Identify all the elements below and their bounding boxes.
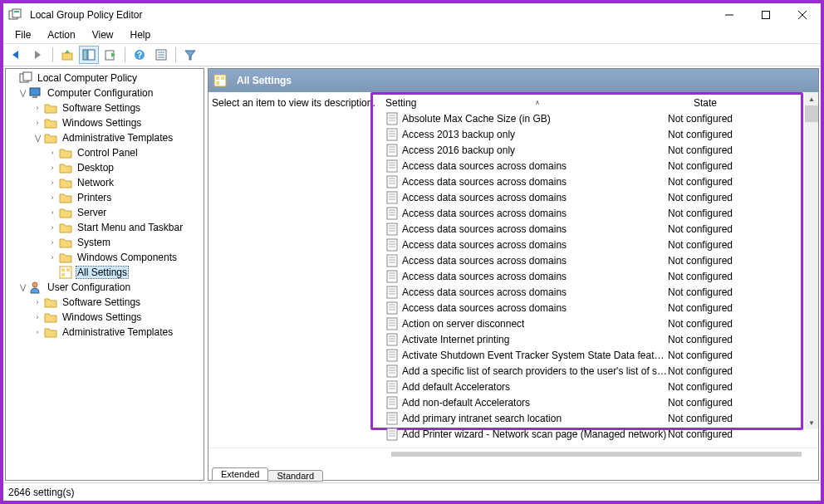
folder-icon (44, 101, 57, 115)
setting-row[interactable]: Access data sources across domainsNot co… (377, 252, 818, 268)
setting-row[interactable]: Access data sources across domainsNot co… (377, 221, 818, 237)
tree-toggle[interactable]: ⋁ (32, 133, 42, 143)
tree-item[interactable]: ›Network (6, 175, 204, 190)
tree-user-config[interactable]: ⋁ User Configuration (6, 280, 204, 295)
all-settings-icon (213, 74, 227, 87)
scroll-thumb[interactable] (805, 105, 818, 122)
setting-row[interactable]: Add Printer wizard - Network scan page (… (377, 426, 818, 442)
tree-item[interactable]: ›Windows Settings (6, 115, 204, 130)
setting-row[interactable]: Access data sources across domainsNot co… (377, 174, 818, 189)
svg-rect-23 (66, 268, 70, 272)
setting-row[interactable]: Access 2013 backup onlyNot configured (377, 126, 818, 142)
tree-toggle[interactable]: › (47, 223, 57, 232)
column-header-state[interactable]: State (668, 97, 743, 109)
export-list-button[interactable] (101, 46, 120, 64)
setting-name: Activate Shutdown Event Tracker System S… (402, 350, 668, 361)
show-hide-tree-button[interactable] (79, 46, 99, 64)
svg-rect-1 (12, 9, 21, 17)
tree-item[interactable]: ›Start Menu and Taskbar (6, 220, 204, 235)
setting-row[interactable]: Activate Shutdown Event Tracker System S… (377, 347, 818, 363)
setting-row[interactable]: Access data sources across domainsNot co… (377, 284, 818, 300)
back-button[interactable] (7, 46, 27, 64)
tree-toggle[interactable]: › (32, 312, 42, 322)
tree-toggle[interactable]: › (32, 118, 42, 128)
setting-row[interactable]: Add non-default AcceleratorsNot configur… (377, 394, 818, 410)
setting-row[interactable]: Absolute Max Cache Size (in GB)Not confi… (377, 110, 818, 126)
up-button[interactable] (57, 46, 77, 64)
tree-collapse-icon[interactable]: ⋁ (17, 282, 27, 292)
tree-item[interactable]: ›Control Panel (6, 145, 204, 160)
svg-rect-7 (62, 53, 72, 60)
maximize-button[interactable] (748, 3, 784, 27)
tree-computer-config[interactable]: ⋁ Computer Configuration (6, 86, 204, 100)
vertical-scrollbar[interactable]: ▲ ▼ (805, 92, 818, 429)
menu-action[interactable]: Action (41, 28, 81, 42)
tree-toggle[interactable]: › (32, 297, 42, 307)
window-frame: Local Group Policy Editor File Action Vi… (0, 0, 824, 504)
tree-label: Software Settings (61, 296, 142, 308)
scroll-up-button[interactable]: ▲ (805, 92, 818, 105)
folder-icon (44, 311, 57, 324)
tree-item[interactable]: ›Desktop (6, 160, 204, 175)
forward-button[interactable] (28, 46, 48, 64)
tab-standard[interactable]: Standard (267, 470, 323, 482)
folder-icon (59, 206, 72, 219)
setting-row[interactable]: Access data sources across domainsNot co… (377, 189, 818, 205)
tree-toggle[interactable]: › (32, 327, 42, 337)
tree-toggle[interactable]: › (47, 163, 57, 173)
setting-row[interactable]: Access data sources across domainsNot co… (377, 237, 818, 252)
properties-button[interactable] (151, 46, 171, 64)
tree-toggle[interactable]: › (47, 193, 57, 203)
setting-name: Access data sources across domains (402, 160, 566, 172)
tree-toggle[interactable] (7, 73, 17, 83)
svg-rect-70 (387, 271, 397, 282)
setting-state: Not configured (668, 176, 743, 188)
setting-state: Not configured (668, 255, 743, 267)
tree-item[interactable]: ›Windows Components (6, 250, 204, 265)
tree-item[interactable]: All Settings (6, 265, 204, 280)
tree-toggle[interactable]: › (47, 252, 57, 262)
horizontal-scroll-thumb[interactable] (391, 452, 802, 457)
tree-collapse-icon[interactable]: ⋁ (17, 88, 27, 98)
tree-item[interactable]: ›Software Settings (6, 295, 204, 310)
tab-extended[interactable]: Extended (212, 467, 268, 481)
filter-button[interactable] (180, 46, 200, 64)
tree-item[interactable]: ›Printers (6, 190, 204, 205)
menu-view[interactable]: View (86, 28, 120, 42)
column-header-setting[interactable]: Setting ∧ (377, 97, 668, 109)
tree-toggle[interactable]: › (47, 178, 57, 188)
tree-root[interactable]: Local Computer Policy (6, 71, 204, 86)
setting-icon (385, 144, 399, 157)
setting-row[interactable]: Add default AcceleratorsNot configured (377, 379, 818, 394)
setting-row[interactable]: Add a specific list of search providers … (377, 363, 818, 379)
setting-row[interactable]: Access data sources across domainsNot co… (377, 158, 818, 174)
tree-toggle[interactable]: › (47, 148, 57, 158)
scroll-down-button[interactable]: ▼ (805, 416, 818, 429)
tree-item[interactable]: ›Administrative Templates (6, 325, 204, 340)
tree-item[interactable]: ›Software Settings (6, 100, 204, 115)
tree-item[interactable]: ›Windows Settings (6, 310, 204, 325)
tree-item[interactable]: ⋁Administrative Templates (6, 130, 204, 145)
tree-item[interactable]: ›Server (6, 205, 204, 220)
tree-toggle[interactable]: › (47, 208, 57, 218)
setting-row[interactable]: Access 2016 backup onlyNot configured (377, 142, 818, 158)
help-button[interactable]: ? (130, 46, 150, 64)
setting-row[interactable]: Access data sources across domainsNot co… (377, 268, 818, 284)
menu-help[interactable]: Help (124, 28, 158, 42)
tree-pane[interactable]: Local Computer Policy ⋁ Computer Configu… (5, 68, 204, 481)
tree-item[interactable]: ›System (6, 235, 204, 250)
details-pane: All Settings Select an item to view its … (208, 68, 819, 481)
setting-row[interactable]: Access data sources across domainsNot co… (377, 300, 818, 316)
tree-toggle[interactable] (47, 267, 57, 277)
setting-row[interactable]: Access data sources across domainsNot co… (377, 205, 818, 221)
tree-toggle[interactable]: › (32, 103, 42, 113)
tree-toggle[interactable]: › (47, 237, 57, 247)
setting-row[interactable]: Activate Internet printingNot configured (377, 331, 818, 347)
setting-state: Not configured (668, 192, 743, 203)
setting-row[interactable]: Add primary intranet search locationNot … (377, 410, 818, 426)
svg-rect-82 (387, 318, 397, 330)
close-button[interactable] (784, 3, 821, 27)
menu-file[interactable]: File (8, 28, 37, 42)
minimize-button[interactable] (711, 3, 748, 27)
setting-row[interactable]: Action on server disconnectNot configure… (377, 316, 818, 331)
